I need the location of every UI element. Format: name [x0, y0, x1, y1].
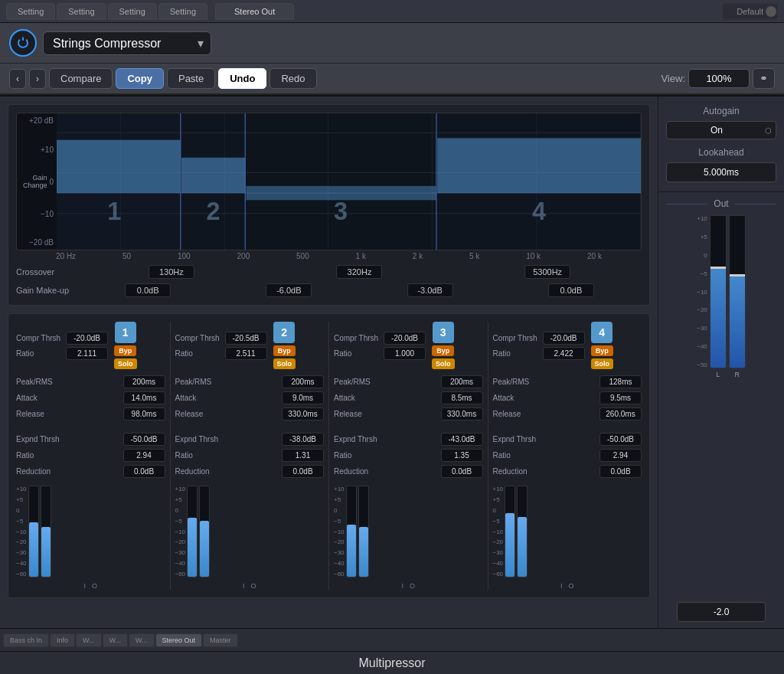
crossover-value-3[interactable]: 5300Hz — [524, 265, 570, 279]
channel-tab-stereo[interactable]: Stereo Out — [155, 633, 203, 647]
byp-button-1[interactable]: Byp — [114, 345, 136, 356]
exp-ratio-value-2[interactable]: 1.31 — [282, 449, 324, 462]
svg-rect-18 — [437, 138, 641, 193]
attack-value-4[interactable]: 9.5ms — [599, 391, 642, 404]
solo-button-3[interactable]: Solo — [432, 358, 455, 369]
peak-rms-value-1[interactable]: 200ms — [123, 375, 165, 388]
left-plugin-area: +20 dB +10 Gain Change 0 −10 −20 dB — [0, 97, 658, 628]
channel-tab-master[interactable]: Master — [203, 633, 238, 647]
gain-axis-labels: +20 dB +10 Gain Change 0 −10 −20 dB — [17, 113, 57, 250]
reduction-label-2: Reduction — [175, 467, 225, 476]
solo-button-1[interactable]: Solo — [114, 358, 137, 369]
exp-ratio-value-4[interactable]: 2.94 — [599, 449, 642, 462]
gain-makeup-value-1[interactable]: 0.0dB — [125, 283, 171, 297]
ratio-label-3: Ratio — [334, 349, 384, 358]
paste-button[interactable]: Paste — [167, 68, 215, 89]
attack-value-2[interactable]: 9.0ms — [282, 391, 324, 404]
expnd-thrsh-value-1[interactable]: -50.0dB — [123, 433, 165, 446]
peak-rms-value-4[interactable]: 128ms — [599, 375, 642, 388]
expnd-thrsh-value-3[interactable]: -43.0dB — [441, 433, 483, 446]
reduction-value-2[interactable]: 0.0dB — [282, 465, 324, 478]
band-col-4: Compr Thrsh -20.0dB Ratio 2.422 4 Byp S — [493, 322, 642, 590]
vu-in-bar-2 — [187, 486, 198, 577]
release-label-3: Release — [334, 410, 384, 418]
settings-tab-2[interactable]: Setting — [57, 3, 106, 20]
out-scale: +10 +5 0 −5 −10 −20 −30 −40 −50 — [697, 215, 707, 368]
settings-tab-4[interactable]: Setting — [158, 3, 207, 20]
exp-ratio-label-3: Ratio — [334, 451, 384, 460]
ratio-value-1[interactable]: 2.111 — [66, 347, 108, 360]
ratio-value-2[interactable]: 2.511 — [225, 347, 267, 360]
peak-rms-value-2[interactable]: 200ms — [282, 375, 324, 388]
channel-tabs: Bass ch In Info W... W... W... Stereo Ou… — [0, 628, 784, 651]
compr-thrsh-value-3[interactable]: -20.0dB — [384, 332, 426, 345]
expnd-thrsh-value-4[interactable]: -50.0dB — [599, 433, 642, 446]
channel-tab-w1[interactable]: W... — [76, 633, 102, 647]
release-value-4[interactable]: 260.0ms — [599, 407, 642, 420]
reduction-value-1[interactable]: 0.0dB — [123, 465, 165, 478]
power-button[interactable] — [9, 29, 37, 57]
autogain-select[interactable]: On Off — [666, 121, 776, 139]
svg-rect-13 — [246, 113, 436, 250]
channel-tab-info[interactable]: Info — [50, 633, 75, 647]
ratio-value-3[interactable]: 1.000 — [384, 347, 426, 360]
svg-text:2: 2 — [207, 198, 220, 225]
compr-thrsh-label-1: Compr Thrsh — [16, 334, 66, 342]
byp-button-3[interactable]: Byp — [432, 345, 454, 356]
band-2-vu: +10 +5 0 −5 −10 −20 −30 −40 −60 — [175, 486, 325, 577]
release-label-1: Release — [16, 410, 66, 418]
byp-button-2[interactable]: Byp — [273, 345, 296, 356]
gain-makeup-value-2[interactable]: -6.0dB — [266, 283, 312, 297]
solo-button-4[interactable]: Solo — [591, 358, 614, 369]
release-value-1[interactable]: 98.0ms — [123, 407, 165, 420]
crossover-value-2[interactable]: 320Hz — [336, 265, 382, 279]
compr-thrsh-value-4[interactable]: -20.0dB — [543, 332, 585, 345]
exp-ratio-value-1[interactable]: 2.94 — [123, 449, 165, 462]
preset-dropdown[interactable]: Strings Compressor — [43, 31, 211, 55]
peak-rms-value-3[interactable]: 200ms — [441, 375, 483, 388]
undo-button[interactable]: Undo — [218, 68, 266, 89]
exp-ratio-value-3[interactable]: 1.35 — [441, 449, 483, 462]
attack-label-1: Attack — [16, 394, 66, 402]
byp-button-4[interactable]: Byp — [591, 345, 613, 356]
channel-tab-w2[interactable]: W... — [103, 633, 129, 647]
reduction-value-3[interactable]: 0.0dB — [441, 465, 483, 478]
expnd-thrsh-value-2[interactable]: -38.0dB — [282, 433, 324, 446]
window-control-dot[interactable] — [766, 6, 776, 17]
view-value[interactable]: 100% — [688, 69, 750, 88]
release-value-2[interactable]: 330.0ms — [282, 407, 324, 420]
attack-label-2: Attack — [175, 394, 225, 402]
compare-button[interactable]: Compare — [49, 68, 113, 89]
solo-button-2[interactable]: Solo — [273, 358, 296, 369]
eq-display-section: +20 dB +10 Gain Change 0 −10 −20 dB — [8, 104, 650, 306]
release-value-3[interactable]: 330.0ms — [441, 407, 483, 420]
copy-button[interactable]: Copy — [116, 68, 164, 89]
stereo-out-tab[interactable]: Stereo Out — [215, 3, 294, 20]
channel-tab-w3[interactable]: W... — [129, 633, 155, 647]
reduction-value-4[interactable]: 0.0dB — [599, 465, 642, 478]
attack-value-3[interactable]: 8.5ms — [441, 391, 483, 404]
gain-makeup-value-3[interactable]: -3.0dB — [407, 283, 453, 297]
lookahead-value[interactable]: 5.000ms — [666, 162, 776, 182]
eq-display: +20 dB +10 Gain Change 0 −10 −20 dB — [16, 113, 642, 250]
compr-thrsh-value-2[interactable]: -20.5dB — [225, 332, 267, 345]
peak-rms-label-4: Peak/RMS — [493, 378, 543, 386]
settings-tab-3[interactable]: Setting — [108, 3, 157, 20]
settings-tab-1[interactable]: Setting — [6, 3, 55, 20]
right-top: Autogain On Off Lookahead 5.000ms — [658, 97, 784, 192]
gain-makeup-value-4[interactable]: 0.0dB — [548, 283, 594, 297]
band-col-1: Compr Thrsh -20.0dB Ratio 2.111 1 Byp S — [16, 322, 165, 590]
redo-button[interactable]: Redo — [270, 68, 316, 89]
nav-back-button[interactable]: ‹ — [9, 69, 26, 89]
channel-tab-bass[interactable]: Bass ch In — [3, 633, 49, 647]
nav-forward-button[interactable]: › — [29, 69, 46, 89]
ratio-value-4[interactable]: 2.422 — [543, 347, 585, 360]
peak-rms-label-1: Peak/RMS — [16, 378, 66, 386]
attack-value-1[interactable]: 14.0ms — [123, 391, 165, 404]
svg-text:1: 1 — [107, 198, 121, 225]
out-value[interactable]: -2.0 — [677, 602, 765, 622]
crossover-value-1[interactable]: 130Hz — [149, 265, 194, 279]
compr-thrsh-value-1[interactable]: -20.0dB — [66, 332, 108, 345]
right-panel: Autogain On Off Lookahead 5.000ms Out — [658, 97, 784, 628]
link-button[interactable]: ⚭ — [753, 68, 775, 89]
